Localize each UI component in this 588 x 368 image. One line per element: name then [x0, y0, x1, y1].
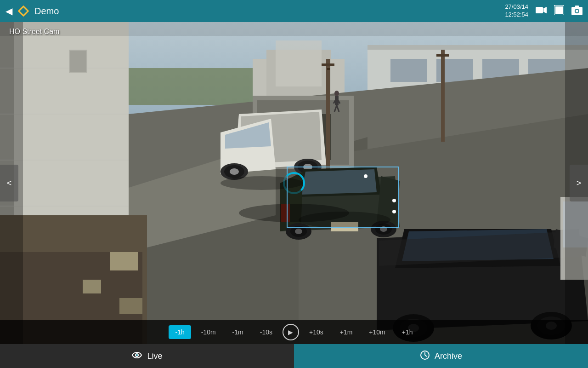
svg-rect-52	[327, 68, 330, 70]
datetime-display: 27/03/14 12:52:54	[505, 3, 528, 19]
app-logo	[17, 5, 30, 17]
timeline-minus1m-button[interactable]: -1m	[226, 325, 250, 339]
timeline-minus10m-button[interactable]: -10m	[195, 325, 222, 339]
timeline-minus10s-button[interactable]: -10s	[254, 325, 279, 339]
camera-label: HO Street Cam	[9, 28, 59, 36]
svg-rect-9	[575, 6, 579, 7]
svg-point-63	[230, 168, 239, 175]
svg-point-76	[295, 229, 302, 234]
archive-tab-icon	[420, 350, 430, 362]
svg-point-108	[136, 354, 138, 356]
svg-point-77	[380, 226, 387, 232]
svg-rect-45	[83, 280, 101, 293]
layout-icon[interactable]	[554, 5, 564, 17]
timeline-plus10m-button[interactable]: +10m	[362, 325, 391, 339]
live-tab-label: Live	[147, 351, 162, 361]
svg-point-8	[576, 10, 578, 12]
svg-rect-5	[555, 6, 563, 14]
bottom-tab-bar: Live Archive	[0, 344, 588, 368]
timeline-plus1h-button[interactable]: +1h	[396, 325, 419, 339]
next-camera-button[interactable]: >	[570, 165, 588, 201]
timeline-minus1h-button[interactable]: -1h	[169, 325, 191, 339]
svg-rect-53	[441, 50, 445, 142]
svg-rect-2	[536, 7, 543, 13]
app-title: Demo	[34, 6, 59, 17]
svg-rect-17	[368, 45, 588, 50]
svg-rect-18	[390, 59, 427, 82]
live-tab-icon	[131, 351, 142, 362]
timeline-controls: -1h -10m -1m -10s ▶ +10s +1m +10m +1h	[0, 320, 588, 344]
svg-point-105	[392, 210, 396, 213]
svg-rect-46	[119, 298, 142, 314]
svg-point-104	[392, 199, 396, 202]
svg-point-91	[334, 91, 339, 96]
loading-spinner	[283, 172, 305, 194]
archive-tab[interactable]: Archive	[294, 344, 588, 368]
svg-point-98	[299, 212, 390, 228]
time-display: 12:52:54	[505, 11, 528, 19]
svg-marker-3	[543, 7, 547, 13]
svg-rect-14	[115, 68, 253, 105]
svg-marker-67	[301, 169, 377, 195]
live-tab[interactable]: Live	[0, 344, 294, 368]
svg-rect-54	[436, 54, 449, 57]
svg-rect-13	[276, 40, 322, 86]
timeline-plus1m-button[interactable]: +1m	[334, 325, 359, 339]
top-bar: ◀ Demo 27/03/14 12:52:54	[0, 0, 588, 22]
back-button[interactable]: ◀	[6, 6, 12, 17]
timeline-play-button[interactable]: ▶	[283, 324, 299, 340]
snapshot-icon[interactable]	[571, 5, 582, 17]
svg-rect-37	[70, 51, 86, 72]
svg-rect-51	[322, 63, 334, 66]
video-container: HO Street Cam < > -1h -10m -1m -10s ▶ +1…	[0, 22, 588, 344]
svg-rect-102	[0, 22, 588, 36]
top-bar-left: ◀ Demo	[6, 5, 59, 17]
archive-tab-label: Archive	[435, 351, 462, 361]
prev-camera-button[interactable]: <	[0, 165, 18, 201]
svg-point-103	[364, 174, 368, 178]
svg-rect-44	[110, 252, 138, 270]
date-display: 27/03/14	[505, 3, 528, 11]
svg-line-111	[425, 355, 427, 356]
top-bar-right: 27/03/14 12:52:54	[505, 3, 582, 19]
timeline-plus10s-button[interactable]: +10s	[303, 325, 330, 339]
video-record-icon[interactable]	[536, 6, 547, 17]
